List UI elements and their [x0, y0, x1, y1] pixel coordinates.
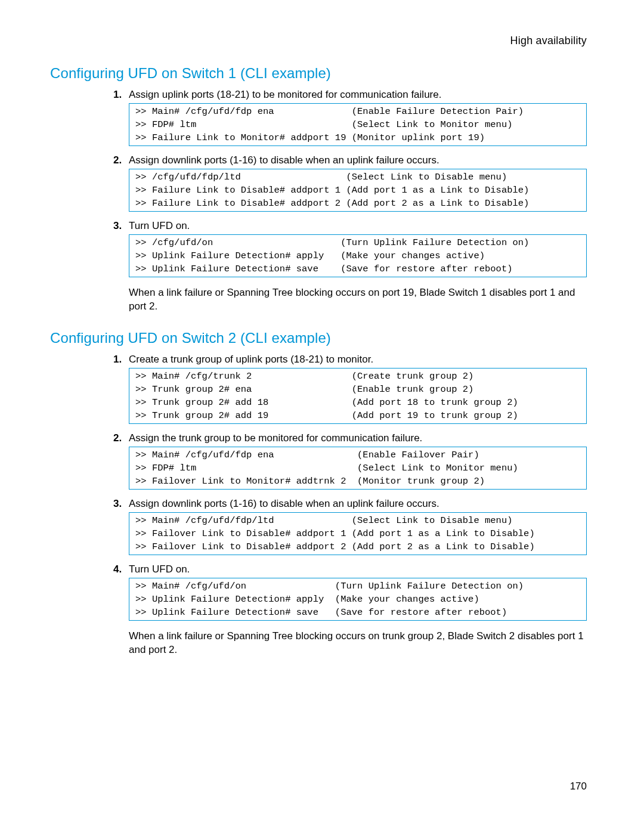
code-row: >> Main# /cfg/trunk 2 (Create trunk grou…: [135, 370, 580, 383]
code-row: >> Trunk group 2# ena (Enable trunk grou…: [135, 383, 580, 396]
code-desc: (Enable trunk group 2): [352, 383, 474, 396]
code-cmd: >> Failover Link to Monitor# addtrnk 2: [135, 475, 357, 488]
step-2: 2. Assign downlink ports (1-16) to disab…: [113, 154, 587, 166]
code-block: >> Main# /cfg/ufd/fdp ena (Enable Failov…: [129, 447, 587, 490]
step-4: 4. Turn UFD on.: [113, 563, 587, 575]
code-cmd: >> FDP# ltm: [135, 118, 352, 131]
code-desc: (Select Link to Monitor menu): [352, 118, 513, 131]
header-topic: High availability: [50, 35, 587, 47]
paragraph: When a link failure or Spanning Tree blo…: [129, 286, 587, 313]
code-row: >> Trunk group 2# add 18 (Add port 18 to…: [135, 396, 580, 409]
code-cmd: >> Trunk group 2# ena: [135, 383, 352, 396]
step-2: 2. Assign the trunk group to be monitore…: [113, 432, 587, 444]
code-cmd: >> Failure Link to Monitor# addport 19: [135, 131, 352, 144]
code-desc: (Add port 19 to trunk group 2): [352, 409, 518, 422]
step-1: 1. Assign uplink ports (18-21) to be mon…: [113, 89, 587, 101]
code-row: >> Uplink Failure Detection# apply (Make…: [135, 593, 580, 606]
code-row: >> Trunk group 2# add 19 (Add port 19 to…: [135, 409, 580, 422]
code-desc: (Add port 2 as a Link to Disable): [346, 197, 529, 210]
step-text: Turn UFD on.: [129, 220, 587, 232]
code-cmd: >> Failover Link to Disable# addport 2: [135, 540, 352, 553]
section2-title: Configuring UFD on Switch 2 (CLI example…: [50, 330, 587, 346]
code-desc: (Add port 18 to trunk group 2): [352, 396, 518, 409]
code-cmd: >> FDP# ltm: [135, 462, 357, 475]
code-block: >> Main# /cfg/trunk 2 (Create trunk grou…: [129, 368, 587, 424]
code-desc: (Save for restore after reboot): [340, 262, 512, 275]
code-row: >> Failover Link to Monitor# addtrnk 2 (…: [135, 475, 580, 488]
code-row: >> Uplink Failure Detection# save (Save …: [135, 262, 580, 275]
step-number: 1.: [113, 354, 129, 366]
code-row: >> FDP# ltm (Select Link to Monitor menu…: [135, 118, 580, 131]
code-row: >> Failover Link to Disable# addport 1 (…: [135, 527, 580, 540]
code-desc: (Select Link to Monitor menu): [357, 462, 518, 475]
code-block: >> Main# /cfg/ufd/fdp/ltd (Select Link t…: [129, 512, 587, 555]
code-cmd: >> Trunk group 2# add 19: [135, 409, 352, 422]
code-cmd: >> Main# /cfg/ufd/fdp/ltd: [135, 514, 352, 527]
step-number: 3.: [113, 220, 129, 232]
code-desc: (Create trunk group 2): [352, 370, 474, 383]
code-cmd: >> Failover Link to Disable# addport 1: [135, 527, 352, 540]
code-cmd: >> Failure Link to Disable# addport 1: [135, 184, 346, 197]
code-desc: (Select Link to Disable menu): [352, 514, 513, 527]
code-cmd: >> Trunk group 2# add 18: [135, 396, 352, 409]
code-row: >> Main# /cfg/ufd/fdp ena (Enable Failov…: [135, 448, 580, 462]
code-desc: (Make your changes active): [340, 249, 485, 262]
code-row: >> /cfg/ufd/on (Turn Uplink Failure Dete…: [135, 236, 580, 249]
code-desc: (Monitor trunk group 2): [357, 475, 485, 488]
code-block: >> Main# /cfg/ufd/on (Turn Uplink Failur…: [129, 578, 587, 621]
paragraph: When a link failure or Spanning Tree blo…: [129, 629, 587, 657]
code-block: >> /cfg/ufd/fdp/ltd (Select Link to Disa…: [129, 169, 587, 212]
code-desc: (Add port 1 as a Link to Disable): [346, 184, 529, 197]
code-row: >> Uplink Failure Detection# apply (Make…: [135, 249, 580, 262]
step-number: 4.: [113, 563, 129, 575]
code-desc: (Select Link to Disable menu): [346, 171, 507, 184]
step-text: Create a trunk group of uplink ports (18…: [129, 354, 587, 366]
step-number: 3.: [113, 498, 129, 510]
code-cmd: >> Uplink Failure Detection# apply: [135, 593, 335, 606]
code-row: >> Main# /cfg/ufd/fdp ena (Enable Failur…: [135, 105, 580, 118]
code-desc: (Enable Failover Pair): [357, 448, 479, 462]
code-row: >> Uplink Failure Detection# save (Save …: [135, 606, 580, 619]
code-row: >> FDP# ltm (Select Link to Monitor menu…: [135, 462, 580, 475]
code-row: >> /cfg/ufd/fdp/ltd (Select Link to Disa…: [135, 171, 580, 184]
code-desc: (Add port 2 as a Link to Disable): [352, 540, 535, 553]
section1-title: Configuring UFD on Switch 1 (CLI example…: [50, 65, 587, 82]
code-row: >> Failover Link to Disable# addport 2 (…: [135, 540, 580, 553]
step-text: Assign the trunk group to be monitored f…: [129, 432, 587, 444]
code-cmd: >> Main# /cfg/trunk 2: [135, 370, 352, 383]
code-desc: (Monitor uplink port 19): [352, 131, 485, 144]
code-desc: (Enable Failure Detection Pair): [352, 105, 524, 118]
step-number: 1.: [113, 89, 129, 101]
code-block: >> Main# /cfg/ufd/fdp ena (Enable Failur…: [129, 103, 587, 146]
code-row: >> Failure Link to Disable# addport 2 (A…: [135, 197, 580, 210]
code-cmd: >> Failure Link to Disable# addport 2: [135, 197, 346, 210]
code-desc: (Save for restore after reboot): [335, 606, 507, 619]
code-desc: (Make your changes active): [335, 593, 479, 606]
code-cmd: >> Main# /cfg/ufd/fdp ena: [135, 448, 357, 462]
code-cmd: >> Main# /cfg/ufd/on: [135, 580, 335, 593]
page: High availability Configuring UFD on Swi…: [0, 0, 644, 833]
code-row: >> Failure Link to Disable# addport 1 (A…: [135, 184, 580, 197]
code-cmd: >> Uplink Failure Detection# apply: [135, 249, 340, 262]
page-number: 170: [570, 781, 587, 792]
code-cmd: >> Uplink Failure Detection# save: [135, 262, 340, 275]
step-3: 3. Turn UFD on.: [113, 220, 587, 232]
code-cmd: >> Main# /cfg/ufd/fdp ena: [135, 105, 352, 118]
code-cmd: >> Uplink Failure Detection# save: [135, 606, 335, 619]
code-cmd: >> /cfg/ufd/on: [135, 236, 340, 249]
step-number: 2.: [113, 432, 129, 444]
code-desc: (Turn Uplink Failure Detection on): [340, 236, 529, 249]
code-row: >> Main# /cfg/ufd/on (Turn Uplink Failur…: [135, 580, 580, 593]
step-text: Assign uplink ports (18-21) to be monito…: [129, 89, 587, 101]
step-text: Assign downlink ports (1-16) to disable …: [129, 154, 587, 166]
code-desc: (Turn Uplink Failure Detection on): [335, 580, 524, 593]
step-text: Assign downlink ports (1-16) to disable …: [129, 498, 587, 510]
step-3: 3. Assign downlink ports (1-16) to disab…: [113, 498, 587, 510]
step-number: 2.: [113, 154, 129, 166]
code-row: >> Failure Link to Monitor# addport 19 (…: [135, 131, 580, 144]
code-block: >> /cfg/ufd/on (Turn Uplink Failure Dete…: [129, 234, 587, 277]
step-text: Turn UFD on.: [129, 563, 587, 575]
code-cmd: >> /cfg/ufd/fdp/ltd: [135, 171, 346, 184]
code-row: >> Main# /cfg/ufd/fdp/ltd (Select Link t…: [135, 514, 580, 527]
step-1: 1. Create a trunk group of uplink ports …: [113, 354, 587, 366]
